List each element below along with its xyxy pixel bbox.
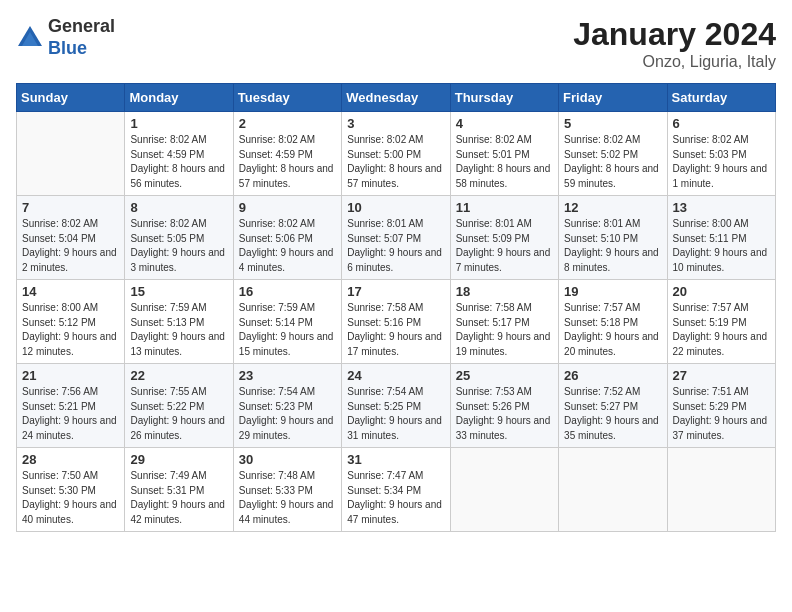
day-number: 18 (456, 284, 553, 299)
weekday-header-wednesday: Wednesday (342, 84, 450, 112)
day-cell: 3Sunrise: 8:02 AMSunset: 5:00 PMDaylight… (342, 112, 450, 196)
week-row-3: 14Sunrise: 8:00 AMSunset: 5:12 PMDayligh… (17, 280, 776, 364)
day-info: Sunrise: 7:47 AMSunset: 5:34 PMDaylight:… (347, 469, 444, 527)
calendar-table: SundayMondayTuesdayWednesdayThursdayFrid… (16, 83, 776, 532)
day-cell: 11Sunrise: 8:01 AMSunset: 5:09 PMDayligh… (450, 196, 558, 280)
day-cell: 15Sunrise: 7:59 AMSunset: 5:13 PMDayligh… (125, 280, 233, 364)
day-cell: 4Sunrise: 8:02 AMSunset: 5:01 PMDaylight… (450, 112, 558, 196)
day-info: Sunrise: 8:02 AMSunset: 5:02 PMDaylight:… (564, 133, 661, 191)
day-number: 28 (22, 452, 119, 467)
day-cell: 21Sunrise: 7:56 AMSunset: 5:21 PMDayligh… (17, 364, 125, 448)
weekday-header-monday: Monday (125, 84, 233, 112)
day-cell: 6Sunrise: 8:02 AMSunset: 5:03 PMDaylight… (667, 112, 775, 196)
week-row-2: 7Sunrise: 8:02 AMSunset: 5:04 PMDaylight… (17, 196, 776, 280)
day-number: 22 (130, 368, 227, 383)
day-number: 12 (564, 200, 661, 215)
weekday-header-thursday: Thursday (450, 84, 558, 112)
day-info: Sunrise: 7:59 AMSunset: 5:13 PMDaylight:… (130, 301, 227, 359)
logo-text: General Blue (48, 16, 115, 59)
day-cell: 17Sunrise: 7:58 AMSunset: 5:16 PMDayligh… (342, 280, 450, 364)
location-subtitle: Onzo, Liguria, Italy (573, 53, 776, 71)
title-block: January 2024 Onzo, Liguria, Italy (573, 16, 776, 71)
day-cell (559, 448, 667, 532)
day-number: 13 (673, 200, 770, 215)
day-cell: 7Sunrise: 8:02 AMSunset: 5:04 PMDaylight… (17, 196, 125, 280)
day-cell: 18Sunrise: 7:58 AMSunset: 5:17 PMDayligh… (450, 280, 558, 364)
day-info: Sunrise: 8:02 AMSunset: 5:03 PMDaylight:… (673, 133, 770, 191)
day-info: Sunrise: 7:48 AMSunset: 5:33 PMDaylight:… (239, 469, 336, 527)
day-number: 6 (673, 116, 770, 131)
day-cell: 25Sunrise: 7:53 AMSunset: 5:26 PMDayligh… (450, 364, 558, 448)
day-info: Sunrise: 7:57 AMSunset: 5:18 PMDaylight:… (564, 301, 661, 359)
day-info: Sunrise: 8:02 AMSunset: 5:06 PMDaylight:… (239, 217, 336, 275)
day-number: 25 (456, 368, 553, 383)
day-number: 3 (347, 116, 444, 131)
week-row-4: 21Sunrise: 7:56 AMSunset: 5:21 PMDayligh… (17, 364, 776, 448)
day-number: 8 (130, 200, 227, 215)
day-number: 31 (347, 452, 444, 467)
month-title: January 2024 (573, 16, 776, 53)
day-number: 4 (456, 116, 553, 131)
day-number: 1 (130, 116, 227, 131)
day-cell (17, 112, 125, 196)
day-info: Sunrise: 8:02 AMSunset: 4:59 PMDaylight:… (239, 133, 336, 191)
day-cell: 26Sunrise: 7:52 AMSunset: 5:27 PMDayligh… (559, 364, 667, 448)
logo-icon (16, 24, 44, 52)
day-info: Sunrise: 7:58 AMSunset: 5:16 PMDaylight:… (347, 301, 444, 359)
day-number: 23 (239, 368, 336, 383)
logo: General Blue (16, 16, 115, 59)
day-cell: 29Sunrise: 7:49 AMSunset: 5:31 PMDayligh… (125, 448, 233, 532)
day-number: 9 (239, 200, 336, 215)
day-cell (667, 448, 775, 532)
day-cell: 30Sunrise: 7:48 AMSunset: 5:33 PMDayligh… (233, 448, 341, 532)
day-cell: 1Sunrise: 8:02 AMSunset: 4:59 PMDaylight… (125, 112, 233, 196)
day-info: Sunrise: 8:00 AMSunset: 5:12 PMDaylight:… (22, 301, 119, 359)
day-info: Sunrise: 8:02 AMSunset: 5:04 PMDaylight:… (22, 217, 119, 275)
day-number: 30 (239, 452, 336, 467)
day-info: Sunrise: 8:02 AMSunset: 5:01 PMDaylight:… (456, 133, 553, 191)
day-number: 21 (22, 368, 119, 383)
day-info: Sunrise: 7:54 AMSunset: 5:23 PMDaylight:… (239, 385, 336, 443)
day-cell (450, 448, 558, 532)
day-number: 16 (239, 284, 336, 299)
day-cell: 28Sunrise: 7:50 AMSunset: 5:30 PMDayligh… (17, 448, 125, 532)
day-cell: 16Sunrise: 7:59 AMSunset: 5:14 PMDayligh… (233, 280, 341, 364)
day-info: Sunrise: 7:54 AMSunset: 5:25 PMDaylight:… (347, 385, 444, 443)
day-number: 17 (347, 284, 444, 299)
day-info: Sunrise: 7:58 AMSunset: 5:17 PMDaylight:… (456, 301, 553, 359)
weekday-header-friday: Friday (559, 84, 667, 112)
day-cell: 23Sunrise: 7:54 AMSunset: 5:23 PMDayligh… (233, 364, 341, 448)
week-row-1: 1Sunrise: 8:02 AMSunset: 4:59 PMDaylight… (17, 112, 776, 196)
weekday-header-tuesday: Tuesday (233, 84, 341, 112)
day-number: 14 (22, 284, 119, 299)
day-cell: 24Sunrise: 7:54 AMSunset: 5:25 PMDayligh… (342, 364, 450, 448)
day-number: 2 (239, 116, 336, 131)
day-info: Sunrise: 7:50 AMSunset: 5:30 PMDaylight:… (22, 469, 119, 527)
day-cell: 2Sunrise: 8:02 AMSunset: 4:59 PMDaylight… (233, 112, 341, 196)
day-cell: 27Sunrise: 7:51 AMSunset: 5:29 PMDayligh… (667, 364, 775, 448)
day-info: Sunrise: 7:49 AMSunset: 5:31 PMDaylight:… (130, 469, 227, 527)
day-info: Sunrise: 8:02 AMSunset: 5:00 PMDaylight:… (347, 133, 444, 191)
day-info: Sunrise: 7:52 AMSunset: 5:27 PMDaylight:… (564, 385, 661, 443)
day-info: Sunrise: 8:02 AMSunset: 5:05 PMDaylight:… (130, 217, 227, 275)
day-cell: 20Sunrise: 7:57 AMSunset: 5:19 PMDayligh… (667, 280, 775, 364)
day-number: 29 (130, 452, 227, 467)
day-number: 26 (564, 368, 661, 383)
day-cell: 5Sunrise: 8:02 AMSunset: 5:02 PMDaylight… (559, 112, 667, 196)
day-info: Sunrise: 8:02 AMSunset: 4:59 PMDaylight:… (130, 133, 227, 191)
day-number: 24 (347, 368, 444, 383)
day-info: Sunrise: 7:57 AMSunset: 5:19 PMDaylight:… (673, 301, 770, 359)
day-number: 27 (673, 368, 770, 383)
week-row-5: 28Sunrise: 7:50 AMSunset: 5:30 PMDayligh… (17, 448, 776, 532)
day-info: Sunrise: 8:01 AMSunset: 5:07 PMDaylight:… (347, 217, 444, 275)
page-header: General Blue January 2024 Onzo, Liguria,… (16, 16, 776, 71)
day-info: Sunrise: 7:56 AMSunset: 5:21 PMDaylight:… (22, 385, 119, 443)
weekday-header-row: SundayMondayTuesdayWednesdayThursdayFrid… (17, 84, 776, 112)
day-cell: 12Sunrise: 8:01 AMSunset: 5:10 PMDayligh… (559, 196, 667, 280)
day-number: 19 (564, 284, 661, 299)
day-cell: 22Sunrise: 7:55 AMSunset: 5:22 PMDayligh… (125, 364, 233, 448)
day-info: Sunrise: 8:01 AMSunset: 5:09 PMDaylight:… (456, 217, 553, 275)
day-cell: 31Sunrise: 7:47 AMSunset: 5:34 PMDayligh… (342, 448, 450, 532)
weekday-header-saturday: Saturday (667, 84, 775, 112)
day-cell: 14Sunrise: 8:00 AMSunset: 5:12 PMDayligh… (17, 280, 125, 364)
